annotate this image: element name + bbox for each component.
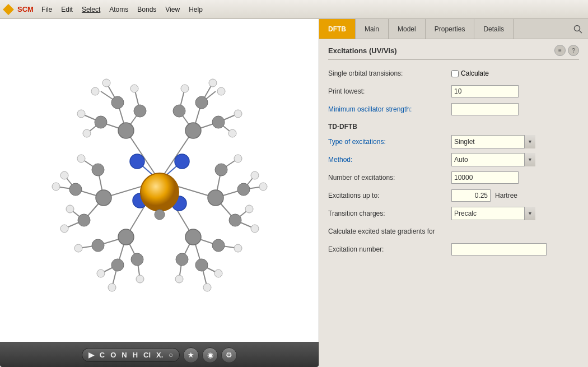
menu-atoms[interactable]: Atoms bbox=[105, 2, 133, 17]
toolbar-h[interactable]: H bbox=[131, 350, 139, 360]
svg-point-80 bbox=[212, 239, 225, 252]
svg-point-95 bbox=[66, 205, 74, 213]
calc-excited-label: Calculate excited state gradients for bbox=[328, 227, 451, 235]
toolbar-group: ▶ C O N H Cl X. ○ bbox=[82, 348, 180, 362]
svg-point-109 bbox=[175, 275, 183, 283]
section-title: Excitations (UV/Vis) bbox=[328, 47, 397, 55]
type-excitations-select-container: Singlet Triplet Both ▼ bbox=[451, 135, 535, 148]
type-excitations-select[interactable]: Singlet Triplet Both bbox=[451, 135, 535, 148]
excitation-number-row: Excitation number: bbox=[328, 243, 579, 256]
svg-point-79 bbox=[195, 259, 208, 271]
svg-point-94 bbox=[60, 225, 68, 233]
section-help-btn[interactable]: ? bbox=[568, 45, 579, 56]
toolbar-search-btn[interactable]: ◉ bbox=[202, 347, 218, 363]
toolbar-cursor[interactable]: ▶ bbox=[87, 350, 96, 360]
print-lowest-label: Print lowest: bbox=[328, 87, 451, 95]
svg-line-117 bbox=[580, 30, 582, 33]
excitations-up-to-label: Excitations up to: bbox=[328, 192, 451, 199]
svg-point-84 bbox=[77, 110, 85, 118]
excitations-up-to-input[interactable] bbox=[451, 189, 491, 202]
svg-point-78 bbox=[131, 253, 143, 266]
print-lowest-row: Print lowest: bbox=[328, 85, 579, 98]
tab-model[interactable]: Model bbox=[389, 19, 426, 39]
transition-charges-label: Transition charges: bbox=[328, 210, 451, 217]
svg-point-98 bbox=[251, 171, 259, 179]
calculate-checkbox[interactable] bbox=[451, 70, 459, 77]
section-menu-btn[interactable]: ≡ bbox=[554, 45, 566, 56]
toolbar-star-btn[interactable]: ★ bbox=[183, 347, 199, 363]
svg-point-74 bbox=[229, 214, 241, 226]
tabs-bar: DFTB Main Model Properties Details bbox=[319, 19, 588, 39]
excitation-number-input[interactable] bbox=[451, 243, 547, 255]
svg-point-60 bbox=[96, 190, 111, 206]
print-lowest-control bbox=[451, 85, 579, 97]
method-select[interactable]: Auto Davidson Direct bbox=[451, 153, 535, 166]
menu-select[interactable]: Select bbox=[77, 2, 105, 17]
transition-charges-select[interactable]: Precalc Calculate None bbox=[451, 207, 535, 220]
right-panel: DFTB Main Model Properties Details Excit… bbox=[319, 19, 588, 367]
svg-point-92 bbox=[52, 183, 60, 191]
tab-main[interactable]: Main bbox=[356, 19, 389, 39]
toolbar-cl[interactable]: Cl bbox=[142, 350, 152, 360]
excitations-unit-label: Hartree bbox=[495, 192, 517, 199]
num-excitations-input[interactable] bbox=[451, 171, 519, 184]
menu-help[interactable]: Help bbox=[184, 2, 207, 17]
tab-properties[interactable]: Properties bbox=[426, 19, 475, 39]
transition-charges-control: Precalc Calculate None ▼ bbox=[451, 207, 579, 220]
min-oscillator-label: Minimum oscillator strength: bbox=[328, 105, 451, 113]
svg-point-110 bbox=[130, 154, 144, 169]
svg-point-103 bbox=[97, 270, 105, 277]
svg-point-63 bbox=[185, 229, 201, 245]
svg-point-107 bbox=[214, 270, 222, 277]
svg-point-111 bbox=[175, 154, 189, 169]
svg-point-90 bbox=[228, 129, 236, 137]
menu-view[interactable]: View bbox=[161, 2, 184, 17]
toolbar-o[interactable]: O bbox=[109, 350, 118, 360]
menu-bonds[interactable]: Bonds bbox=[133, 2, 161, 17]
print-lowest-input[interactable] bbox=[451, 85, 519, 97]
svg-point-72 bbox=[92, 164, 104, 176]
svg-point-62 bbox=[118, 229, 134, 245]
svg-point-106 bbox=[203, 284, 211, 291]
scm-logo[interactable]: SCM bbox=[2, 3, 34, 16]
tab-dftb[interactable]: DFTB bbox=[319, 19, 356, 39]
calc-excited-row: Calculate excited state gradients for bbox=[328, 225, 579, 238]
main-area: ▶ C O N H Cl X. ○ ★ ◉ ⚙ DFTB Main Model … bbox=[0, 19, 588, 367]
svg-point-82 bbox=[102, 79, 110, 87]
search-icon-btn[interactable] bbox=[568, 19, 588, 39]
svg-point-76 bbox=[111, 259, 124, 271]
svg-point-59 bbox=[185, 123, 201, 138]
molecule-svg bbox=[14, 35, 305, 327]
menu-edit[interactable]: Edit bbox=[57, 2, 77, 17]
toolbar-n[interactable]: N bbox=[120, 350, 128, 360]
svg-point-104 bbox=[74, 244, 82, 252]
svg-point-88 bbox=[217, 87, 225, 95]
excitation-number-control bbox=[451, 243, 579, 255]
svg-point-73 bbox=[237, 183, 250, 196]
menu-file[interactable]: File bbox=[37, 2, 57, 17]
toolbar-settings-btn[interactable]: ⚙ bbox=[221, 347, 237, 363]
excitations-up-to-control: Hartree bbox=[451, 189, 579, 202]
section-header: Excitations (UV/Vis) ≡ ? bbox=[328, 45, 579, 60]
calculate-label: Calculate bbox=[461, 69, 489, 77]
svg-point-68 bbox=[212, 116, 225, 128]
svg-point-70 bbox=[69, 183, 82, 196]
scm-text: SCM bbox=[17, 5, 34, 13]
min-oscillator-control bbox=[451, 103, 579, 115]
svg-point-114 bbox=[141, 173, 179, 211]
toolbar-c[interactable]: C bbox=[98, 350, 106, 360]
svg-point-69 bbox=[173, 105, 185, 117]
svg-point-64 bbox=[111, 96, 124, 109]
single-orbital-row: Single orbital transisions: Calculate bbox=[328, 67, 579, 80]
toolbar-x[interactable]: X. bbox=[155, 350, 165, 360]
svg-point-81 bbox=[176, 253, 188, 266]
tab-details[interactable]: Details bbox=[474, 19, 514, 39]
svg-point-96 bbox=[77, 155, 85, 162]
calculate-checkbox-wrap: Calculate bbox=[451, 69, 489, 77]
viewer-panel: ▶ C O N H Cl X. ○ ★ ◉ ⚙ bbox=[0, 19, 319, 367]
svg-point-108 bbox=[234, 244, 242, 252]
toolbar-circle[interactable]: ○ bbox=[167, 350, 175, 360]
svg-point-99 bbox=[251, 225, 259, 233]
method-select-container: Auto Davidson Direct ▼ bbox=[451, 153, 535, 166]
min-oscillator-input[interactable] bbox=[451, 103, 519, 115]
